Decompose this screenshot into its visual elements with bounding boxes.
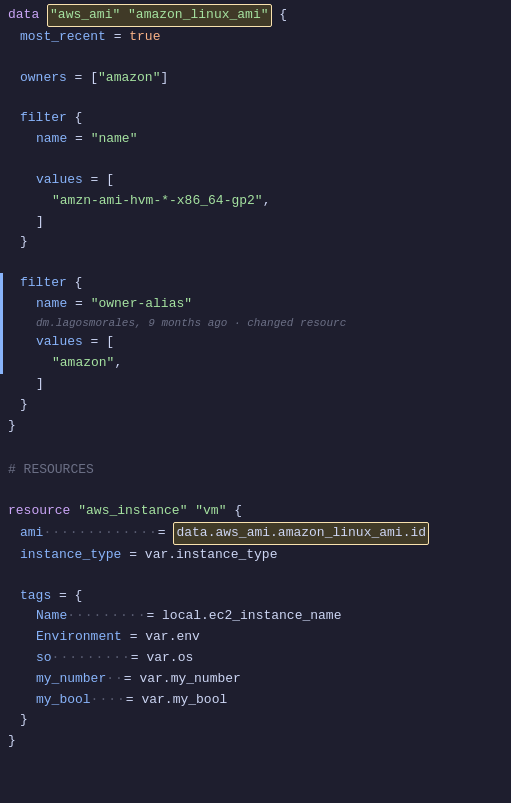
- key-ami: ami: [20, 523, 43, 544]
- git-bar: [0, 353, 3, 374]
- git-bar: [0, 273, 3, 294]
- dots-my-bool: ····: [91, 690, 126, 711]
- git-bar: [0, 294, 3, 315]
- keyword-data: data: [8, 5, 39, 26]
- empty-line: [0, 48, 511, 68]
- line-15: name = "owner-alias": [0, 294, 511, 315]
- git-blame-text: dm.lagosmorales, 9 months ago · changed …: [36, 315, 346, 333]
- line-12: }: [0, 232, 511, 253]
- git-bar: [0, 332, 3, 353]
- line-33-my-number-tag: my_number ·· = var.my_number: [0, 669, 511, 690]
- line-10: "amzn-ami-hvm-*-x86_64-gp2" ,: [0, 191, 511, 212]
- val-instance-type-ref: var.instance_type: [145, 545, 278, 566]
- line-30-name-tag: Name ········· = local.ec2_instance_name: [0, 606, 511, 627]
- val-ami-ref: data.aws_ami.amazon_linux_ami.id: [176, 525, 426, 540]
- line-26-ami: ami ············· = data.aws_ami.amazon_…: [0, 522, 511, 545]
- line-7: name = "name": [0, 129, 511, 150]
- val-owner-alias: "owner-alias": [91, 294, 192, 315]
- key-name2: name: [36, 294, 67, 315]
- key-tags: tags: [20, 586, 51, 607]
- empty-line: [0, 481, 511, 501]
- key-name1: name: [36, 129, 67, 150]
- line-36: }: [0, 731, 511, 752]
- val-env: var.env: [145, 627, 200, 648]
- empty-line: [0, 253, 511, 273]
- dots-so: ·········: [52, 648, 131, 669]
- key-tag-so: so: [36, 648, 52, 669]
- empty-line: [0, 150, 511, 170]
- key-filter1: filter: [20, 108, 67, 129]
- highlight-ami-value: data.aws_ami.amazon_linux_ami.id: [173, 522, 429, 545]
- comment-resources: # RESOURCES: [8, 460, 94, 481]
- val-aws-instance: "aws_instance": [78, 501, 187, 522]
- val-amazon: "amazon": [98, 68, 160, 89]
- val-amazon2: "amazon": [52, 353, 114, 374]
- highlight-top: "aws_ami" "amazon_linux_ami": [47, 4, 271, 27]
- key-filter2: filter: [20, 273, 67, 294]
- line-35: }: [0, 710, 511, 731]
- dots-my-number: ··: [106, 669, 124, 690]
- line-21: }: [0, 416, 511, 437]
- line-34-my-bool-tag: my_bool ···· = var.my_bool: [0, 690, 511, 711]
- val-ec2-name: local.ec2_instance_name: [162, 606, 341, 627]
- dots-ami: ·············: [43, 523, 157, 544]
- line-18: "amazon" ,: [0, 353, 511, 374]
- line-20: }: [0, 395, 511, 416]
- line-14: filter {: [0, 273, 511, 294]
- key-instance-type: instance_type: [20, 545, 121, 566]
- keyword-resource: resource: [8, 501, 70, 522]
- line-11: ]: [0, 212, 511, 233]
- line-31-env-tag: Environment = var.env: [0, 627, 511, 648]
- val-my-number: var.my_number: [139, 669, 240, 690]
- key-tag-my-number: my_number: [36, 669, 106, 690]
- key-values1: values: [36, 170, 83, 191]
- line-6: filter {: [0, 108, 511, 129]
- val-vm: "vm": [195, 501, 226, 522]
- empty-line: [0, 88, 511, 108]
- line-1: data "aws_ami" "amazon_linux_ami" {: [0, 4, 511, 27]
- line-16-gitblame: dm.lagosmorales, 9 months ago · changed …: [0, 315, 511, 333]
- key-tag-name: Name: [36, 606, 67, 627]
- line-29-tags: tags = {: [0, 586, 511, 607]
- val-os: var.os: [146, 648, 193, 669]
- key-most-recent: most_recent: [20, 27, 106, 48]
- line-32-so-tag: so ········· = var.os: [0, 648, 511, 669]
- line-2: most_recent = true: [0, 27, 511, 48]
- val-true: true: [129, 27, 160, 48]
- code-editor: data "aws_ami" "amazon_linux_ami" { most…: [0, 0, 511, 756]
- line-17: values = [: [0, 332, 511, 353]
- git-bar: [0, 315, 3, 333]
- empty-line: [0, 436, 511, 456]
- val-my-bool: var.my_bool: [141, 690, 227, 711]
- line-comment-resources: # RESOURCES: [0, 456, 511, 481]
- empty-line: [0, 566, 511, 586]
- val-ami-pattern: "amzn-ami-hvm-*-x86_64-gp2": [52, 191, 263, 212]
- val-name: "name": [91, 129, 138, 150]
- key-tag-my-bool: my_bool: [36, 690, 91, 711]
- line-27-instance-type: instance_type = var.instance_type: [0, 545, 511, 566]
- key-owners: owners: [20, 68, 67, 89]
- dots-name: ·········: [67, 606, 146, 627]
- key-tag-env: Environment: [36, 627, 122, 648]
- line-19: ]: [0, 374, 511, 395]
- line-4: owners = [ "amazon" ]: [0, 68, 511, 89]
- key-values2: values: [36, 332, 83, 353]
- line-25: resource "aws_instance" "vm" {: [0, 501, 511, 522]
- line-9: values = [: [0, 170, 511, 191]
